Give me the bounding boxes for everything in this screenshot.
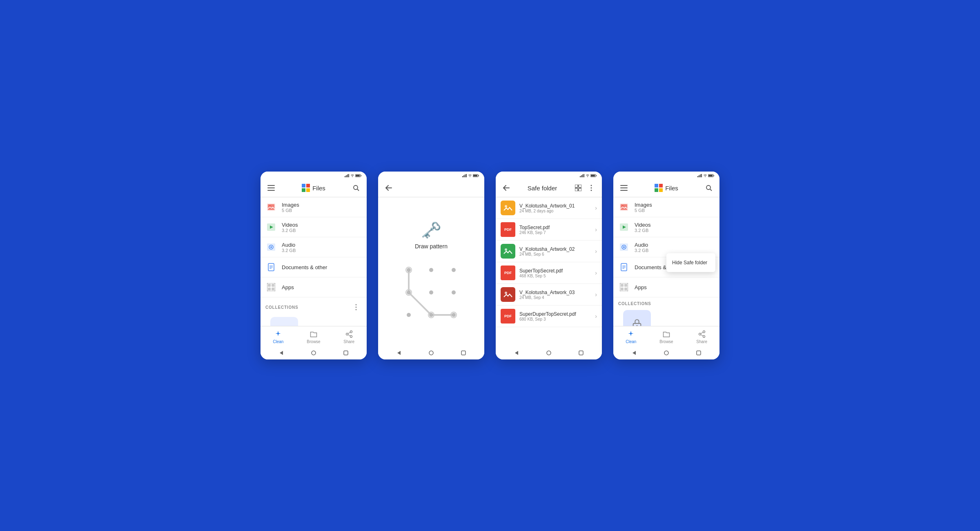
context-menu-4[interactable]: Hide Safe folder bbox=[666, 253, 715, 272]
home-btn-4[interactable] bbox=[663, 350, 670, 356]
file-thumb-4 bbox=[501, 287, 515, 302]
videos-title-1: Videos bbox=[282, 222, 362, 228]
svg-rect-73 bbox=[461, 351, 466, 355]
more-button-3[interactable] bbox=[586, 182, 597, 194]
list-item-apps-4[interactable]: Apps bbox=[613, 277, 719, 297]
svg-point-65 bbox=[429, 313, 433, 317]
pattern-grid[interactable] bbox=[401, 262, 462, 323]
app-bar-1: Files bbox=[261, 179, 367, 197]
square-btn-3[interactable] bbox=[578, 350, 584, 356]
apps-icon-4 bbox=[618, 281, 630, 293]
file-item-1[interactable]: PDF TopSecret.pdf 246 KB, Sep 7 › bbox=[496, 219, 602, 241]
svg-point-136 bbox=[703, 335, 705, 337]
search-button-4[interactable] bbox=[703, 182, 715, 194]
svg-point-40 bbox=[346, 333, 348, 335]
back-btn-4[interactable] bbox=[631, 350, 637, 356]
svg-rect-141 bbox=[697, 351, 701, 355]
status-bar-4 bbox=[613, 172, 719, 179]
svg-rect-81 bbox=[591, 175, 595, 176]
nav-browse-4[interactable]: Browse bbox=[649, 330, 684, 344]
more-vert-icon bbox=[353, 304, 359, 310]
svg-rect-8 bbox=[267, 185, 275, 186]
file-meta-0: 24 MB, 2 days ago bbox=[519, 209, 595, 213]
recents-square-icon-3 bbox=[579, 350, 584, 355]
file-thumb-2 bbox=[501, 244, 515, 259]
file-item-4[interactable]: V_Kolotusha_Artwork_03 24 MB, Sep 4 › bbox=[496, 284, 602, 306]
svg-point-58 bbox=[407, 268, 411, 272]
safe-folder-bar-title: Safe folder bbox=[528, 185, 557, 192]
videos-title-4: Videos bbox=[635, 222, 715, 228]
list-item-audio-1[interactable]: Audio 3.2 GB bbox=[261, 237, 367, 257]
clean-icon-4 bbox=[626, 330, 635, 339]
svg-rect-105 bbox=[708, 175, 713, 176]
svg-point-45 bbox=[312, 351, 316, 355]
file-item-2[interactable]: V_Kolotusha_Artwork_02 24 MB, Sep 6 › bbox=[496, 241, 602, 262]
nav-share-4[interactable]: Share bbox=[684, 330, 719, 344]
svg-rect-85 bbox=[579, 188, 581, 191]
signal-icon-2 bbox=[462, 174, 467, 177]
collections-label-1: COLLECTIONS bbox=[265, 305, 298, 310]
app-title-1: Files bbox=[302, 184, 325, 192]
list-item-videos-4[interactable]: Videos 3.2 GB bbox=[613, 217, 719, 237]
back-button-3[interactable] bbox=[501, 182, 512, 194]
content-area-1: Images 5 GB Videos 3.2 GB bbox=[261, 197, 367, 326]
list-item-images-1[interactable]: Images 5 GB bbox=[261, 197, 367, 217]
nav-share-1[interactable]: Share bbox=[331, 330, 367, 344]
list-item-apps-1[interactable]: Apps bbox=[261, 277, 367, 297]
svg-rect-76 bbox=[582, 174, 583, 177]
grid-button-3[interactable] bbox=[572, 182, 584, 194]
safe-folder-card-1[interactable] bbox=[270, 317, 298, 326]
wifi-icon-3 bbox=[586, 174, 589, 177]
svg-point-92 bbox=[505, 248, 507, 251]
back-button-2[interactable] bbox=[383, 182, 394, 194]
image-thumb-icon-0 bbox=[503, 203, 513, 213]
images-title-1: Images bbox=[282, 202, 362, 208]
pdf-label-3: PDF bbox=[504, 271, 512, 275]
nav-clean-label-1: Clean bbox=[273, 339, 283, 344]
file-meta-2: 24 MB, Sep 6 bbox=[519, 252, 595, 257]
svg-point-51 bbox=[470, 176, 470, 177]
safe-folder-card-4[interactable] bbox=[623, 310, 651, 326]
svg-point-64 bbox=[407, 313, 411, 317]
collections-more-1[interactable] bbox=[350, 301, 362, 313]
file-thumb-1: PDF bbox=[501, 222, 515, 237]
file-chevron-4: › bbox=[595, 291, 597, 298]
back-btn-3[interactable] bbox=[513, 350, 520, 356]
svg-rect-14 bbox=[306, 188, 310, 192]
back-btn-1[interactable] bbox=[278, 350, 285, 356]
audio-text-1: Audio 3.2 GB bbox=[282, 242, 362, 253]
square-btn-2[interactable] bbox=[460, 350, 467, 356]
list-item-videos-1[interactable]: Videos 3.2 GB bbox=[261, 217, 367, 237]
home-circle-icon-3 bbox=[546, 350, 551, 355]
svg-point-78 bbox=[587, 176, 588, 177]
nav-browse-1[interactable]: Browse bbox=[296, 330, 332, 344]
nav-clean-4[interactable]: Clean bbox=[613, 330, 649, 344]
file-text-2: V_Kolotusha_Artwork_02 24 MB, Sep 6 bbox=[519, 246, 595, 257]
search-button-1[interactable] bbox=[350, 182, 362, 194]
list-item-docs-1[interactable]: Documents & other bbox=[261, 257, 367, 277]
nav-browse-label-4: Browse bbox=[659, 339, 673, 344]
home-btn-3[interactable] bbox=[546, 350, 552, 356]
home-btn-1[interactable] bbox=[310, 350, 317, 356]
square-btn-4[interactable] bbox=[695, 350, 702, 356]
menu-button-1[interactable] bbox=[265, 182, 277, 194]
svg-rect-48 bbox=[463, 175, 464, 177]
svg-point-41 bbox=[350, 335, 352, 337]
more-vert-icon-3 bbox=[590, 185, 592, 191]
file-name-0: V_Kolotusha_Artwork_01 bbox=[519, 203, 595, 209]
file-item-5[interactable]: PDF SuperDuperTopSecret.pdf 680 KB, Sep … bbox=[496, 306, 602, 327]
square-btn-1[interactable] bbox=[343, 350, 349, 356]
hide-safe-folder-menu-item[interactable]: Hide Safe folder bbox=[666, 257, 715, 269]
document-icon bbox=[267, 263, 275, 271]
list-item-images-4[interactable]: Images 5 GB bbox=[613, 197, 719, 217]
menu-button-4[interactable] bbox=[618, 182, 630, 194]
pdf-label-1: PDF bbox=[504, 228, 512, 232]
back-btn-2[interactable] bbox=[396, 350, 402, 356]
signal-icon bbox=[345, 174, 350, 177]
svg-rect-130 bbox=[621, 288, 624, 290]
file-item-0[interactable]: V_Kolotusha_Artwork_01 24 MB, 2 days ago… bbox=[496, 197, 602, 219]
nav-clean-1[interactable]: Clean bbox=[261, 330, 296, 344]
android-nav-2 bbox=[378, 346, 484, 359]
home-btn-2[interactable] bbox=[428, 350, 434, 356]
file-item-3[interactable]: PDF SuperTopSecret.pdf 468 KB, Sep 5 › bbox=[496, 262, 602, 284]
